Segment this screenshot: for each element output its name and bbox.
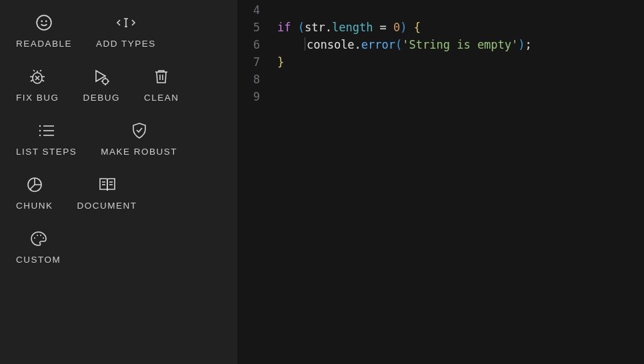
- code-line[interactable]: 9: [237, 88, 644, 105]
- token: ): [400, 21, 407, 34]
- fix-bug-button[interactable]: FIX BUG: [7, 67, 69, 103]
- code-content[interactable]: console.error('String is empty');: [277, 36, 532, 53]
- book-icon: [99, 175, 116, 194]
- code-line[interactable]: 6 console.error('String is empty');: [237, 36, 644, 53]
- token: ;: [525, 38, 532, 51]
- token: ): [518, 38, 525, 51]
- chunk-button[interactable]: CHUNK: [7, 175, 63, 211]
- code-content[interactable]: if (str.length = 0) {: [277, 19, 421, 36]
- smile-icon: [35, 13, 53, 32]
- code-content[interactable]: }: [277, 53, 284, 71]
- token: (: [395, 38, 402, 51]
- sidebar-row: FIX BUGDEBUGCLEAN: [7, 67, 231, 103]
- svg-point-1: [41, 21, 42, 21]
- line-number: 4: [237, 1, 277, 19]
- tool-label: CHUNK: [16, 201, 53, 211]
- tool-label: MAKE ROBUST: [101, 147, 177, 157]
- palette-icon: [30, 229, 47, 248]
- token: console: [307, 38, 355, 51]
- token: =: [373, 21, 393, 34]
- svg-point-16: [34, 237, 35, 239]
- svg-point-7: [39, 135, 40, 136]
- debug-play-icon: [92, 67, 111, 86]
- list-icon: [38, 121, 55, 140]
- sidebar-row: CHUNKDOCUMENT: [7, 175, 231, 211]
- token: length: [332, 21, 373, 34]
- tool-label: ADD TYPES: [96, 39, 156, 49]
- token: }: [277, 55, 284, 69]
- code-editor[interactable]: 45if (str.length = 0) {6 console.error('…: [237, 0, 644, 364]
- line-number: 5: [237, 19, 277, 36]
- sidebar-row: LIST STEPSMAKE ROBUST: [7, 121, 231, 157]
- svg-point-18: [40, 235, 41, 236]
- line-number: 9: [237, 88, 277, 105]
- sidebar-row: CUSTOM: [7, 229, 231, 265]
- code-line[interactable]: 4: [237, 1, 644, 19]
- tool-label: CUSTOM: [16, 255, 61, 265]
- pie-icon: [27, 175, 43, 194]
- tool-label: CLEAN: [144, 93, 179, 103]
- document-button[interactable]: DOCUMENT: [68, 175, 147, 211]
- line-number: 7: [237, 53, 277, 71]
- readable-button[interactable]: READABLE: [7, 13, 81, 49]
- bug-x-icon: [28, 67, 47, 86]
- svg-point-6: [39, 130, 40, 131]
- code-line[interactable]: 5if (str.length = 0) {: [237, 19, 644, 36]
- svg-point-0: [37, 15, 51, 30]
- line-number: 8: [237, 71, 277, 88]
- svg-point-2: [46, 21, 47, 21]
- svg-point-17: [37, 235, 38, 236]
- line-number: 6: [237, 36, 277, 53]
- tool-label: DEBUG: [83, 93, 121, 103]
- tool-label: LIST STEPS: [16, 147, 77, 157]
- debug-button[interactable]: DEBUG: [74, 67, 130, 103]
- token: error: [361, 38, 395, 51]
- token: [291, 21, 297, 34]
- type-icon: [116, 13, 136, 32]
- sidebar-row: READABLEADD TYPES: [7, 13, 231, 49]
- sidebar: READABLEADD TYPESFIX BUGDEBUGCLEANLIST S…: [0, 0, 237, 364]
- svg-point-5: [39, 125, 40, 127]
- token: if: [277, 21, 291, 34]
- clean-button[interactable]: CLEAN: [135, 67, 189, 103]
- tool-label: FIX BUG: [16, 93, 59, 103]
- shield-check-icon: [131, 121, 147, 140]
- token: 'String is empty': [402, 38, 518, 51]
- tool-label: READABLE: [16, 39, 72, 49]
- code-line[interactable]: 7}: [237, 53, 644, 71]
- svg-point-19: [43, 237, 44, 239]
- make-robust-button[interactable]: MAKE ROBUST: [91, 121, 187, 157]
- token: (: [298, 21, 305, 34]
- trash-icon: [153, 67, 169, 86]
- token: [407, 21, 414, 34]
- token: .: [325, 21, 332, 34]
- token: str: [305, 21, 325, 34]
- list-steps-button[interactable]: LIST STEPS: [7, 121, 86, 157]
- add-types-button[interactable]: ADD TYPES: [87, 13, 165, 49]
- custom-button[interactable]: CUSTOM: [7, 229, 70, 265]
- token: .: [355, 38, 361, 51]
- tool-label: DOCUMENT: [77, 201, 137, 211]
- code-line[interactable]: 8: [237, 71, 644, 88]
- token: 0: [393, 21, 400, 34]
- token: {: [414, 21, 421, 34]
- svg-point-4: [103, 79, 108, 84]
- cursor: [305, 37, 305, 51]
